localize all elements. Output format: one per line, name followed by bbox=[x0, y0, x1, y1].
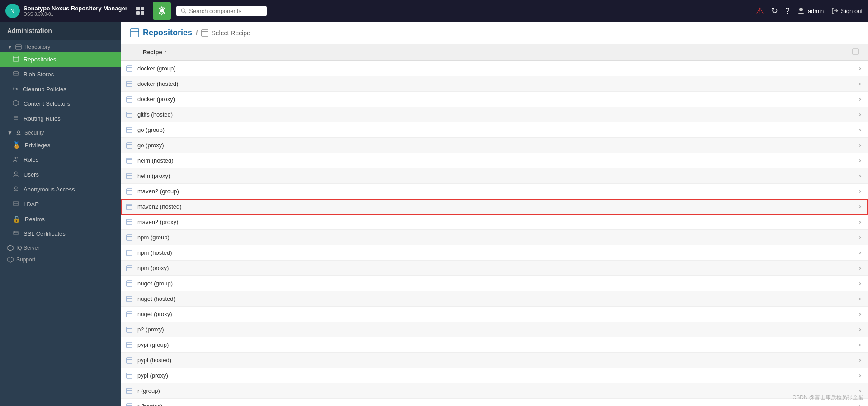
sidebar-group-support[interactable]: Support bbox=[0, 253, 121, 265]
svg-rect-3 bbox=[141, 7, 144, 10]
sidebar-item-content-selectors[interactable]: Content Selectors bbox=[0, 96, 121, 111]
user-avatar-icon bbox=[797, 7, 805, 15]
row-repo-icon bbox=[121, 296, 137, 302]
row-chevron-icon bbox=[852, 281, 868, 286]
search-input[interactable] bbox=[189, 8, 262, 14]
main-content: Repositories / Select Recipe Recipe ↑ do… bbox=[121, 22, 868, 406]
table-row[interactable]: pypi (proxy) bbox=[121, 368, 868, 383]
sidebar-group-security[interactable]: ▼ Security bbox=[0, 126, 121, 138]
search-box[interactable] bbox=[176, 6, 267, 16]
sidebar-item-privileges[interactable]: 🏅 Privileges bbox=[0, 138, 121, 152]
sidebar-item-repositories-label: Repositories bbox=[24, 56, 56, 63]
sidebar-item-blob-stores[interactable]: Blob Stores bbox=[0, 67, 121, 82]
sidebar-item-roles[interactable]: Roles bbox=[0, 152, 121, 167]
table-row[interactable]: helm (proxy) bbox=[121, 168, 868, 184]
row-repo-icon bbox=[121, 81, 137, 87]
sidebar-item-cleanup-policies[interactable]: ✂ Cleanup Policies bbox=[0, 82, 121, 96]
table-row[interactable]: nuget (group) bbox=[121, 276, 868, 291]
help-icon[interactable]: ? bbox=[785, 6, 790, 16]
row-repo-icon bbox=[121, 234, 137, 241]
table-row[interactable]: r (group) bbox=[121, 383, 868, 399]
sidebar: Administration ▼ Repository Repositories… bbox=[0, 22, 121, 406]
row-recipe-name: go (proxy) bbox=[137, 142, 852, 149]
svg-marker-32 bbox=[8, 257, 13, 262]
table-row[interactable]: go (proxy) bbox=[121, 138, 868, 153]
breadcrumb-separator: / bbox=[196, 29, 198, 37]
table-row[interactable]: npm (proxy) bbox=[121, 261, 868, 276]
header-recipe-col[interactable]: Recipe ↑ bbox=[137, 49, 852, 56]
refresh-icon[interactable]: ↻ bbox=[771, 6, 778, 16]
svg-rect-78 bbox=[127, 373, 132, 378]
sidebar-item-cleanup-policies-label: Cleanup Policies bbox=[23, 86, 66, 93]
sidebar-item-anonymous-access[interactable]: Anonymous Access bbox=[0, 182, 121, 197]
sidebar-group-repository-label: Repository bbox=[24, 44, 50, 50]
row-chevron-icon bbox=[852, 97, 868, 102]
table-row[interactable]: pypi (group) bbox=[121, 337, 868, 353]
table-row[interactable]: docker (proxy) bbox=[121, 92, 868, 107]
row-repo-icon bbox=[121, 188, 137, 195]
row-chevron-icon bbox=[852, 312, 868, 317]
svg-rect-26 bbox=[14, 201, 18, 206]
sidebar-item-ldap[interactable]: LDAP bbox=[0, 197, 121, 212]
sidebar-item-repositories[interactable]: Repositories bbox=[0, 52, 121, 67]
svg-rect-64 bbox=[127, 266, 132, 271]
svg-rect-46 bbox=[127, 127, 132, 133]
row-recipe-name: pypi (proxy) bbox=[137, 372, 852, 379]
chevron-down-security-icon: ▼ bbox=[7, 130, 13, 136]
table-row[interactable]: nuget (hosted) bbox=[121, 291, 868, 307]
svg-rect-33 bbox=[131, 29, 139, 37]
row-repo-icon bbox=[121, 373, 137, 379]
browse-icon-btn[interactable] bbox=[131, 2, 149, 20]
alert-icon[interactable]: ⚠ bbox=[756, 5, 764, 16]
table-row[interactable]: pypi (hosted) bbox=[121, 353, 868, 368]
svg-rect-80 bbox=[127, 388, 132, 394]
row-repo-icon bbox=[121, 357, 137, 364]
svg-point-24 bbox=[14, 172, 17, 174]
sidebar-group-security-label: Security bbox=[24, 130, 44, 136]
header-checkbox-icon bbox=[852, 48, 859, 55]
row-recipe-name: r (group) bbox=[137, 387, 852, 394]
sidebar-group-repository[interactable]: ▼ Repository bbox=[0, 40, 121, 52]
table-row[interactable]: npm (hosted) bbox=[121, 245, 868, 261]
sidebar-item-ssl-certificates[interactable]: SSL Certificates bbox=[0, 226, 121, 241]
svg-marker-17 bbox=[13, 100, 19, 106]
sidebar-item-users[interactable]: Users bbox=[0, 167, 121, 182]
table-row[interactable]: r (hosted) bbox=[121, 399, 868, 406]
row-chevron-icon bbox=[852, 251, 868, 255]
table-row[interactable]: maven2 (proxy) bbox=[121, 215, 868, 230]
table-row[interactable]: p2 (proxy) bbox=[121, 322, 868, 337]
user-info[interactable]: admin bbox=[797, 7, 824, 15]
recipe-column-label: Recipe ↑ bbox=[143, 49, 167, 56]
sidebar-item-routing-rules-label: Routing Rules bbox=[24, 115, 61, 122]
roles-icon bbox=[13, 156, 19, 163]
settings-icon-btn[interactable] bbox=[153, 2, 171, 20]
sign-out-btn[interactable]: Sign out bbox=[831, 7, 863, 15]
sidebar-item-realms[interactable]: 🔒 Realms bbox=[0, 212, 121, 226]
breadcrumb-main[interactable]: Repositories bbox=[143, 28, 192, 37]
table-row[interactable]: maven2 (group) bbox=[121, 184, 868, 199]
row-recipe-name: docker (hosted) bbox=[137, 80, 852, 87]
table-row[interactable]: go (group) bbox=[121, 122, 868, 138]
select-recipe-icon bbox=[201, 29, 208, 37]
recipe-table: Recipe ↑ docker (group)docker (hosted)do… bbox=[121, 44, 868, 406]
sidebar-item-ssl-certificates-label: SSL Certificates bbox=[24, 230, 66, 237]
svg-rect-28 bbox=[14, 231, 18, 235]
sidebar-item-ldap-label: LDAP bbox=[24, 201, 39, 208]
svg-rect-11 bbox=[16, 45, 21, 49]
row-chevron-icon bbox=[852, 389, 868, 393]
table-row[interactable]: nuget (proxy) bbox=[121, 307, 868, 322]
row-recipe-name: pypi (hosted) bbox=[137, 357, 852, 364]
table-row[interactable]: helm (hosted) bbox=[121, 153, 868, 168]
row-repo-icon bbox=[121, 219, 137, 225]
table-row[interactable]: gitlfs (hosted) bbox=[121, 107, 868, 122]
row-chevron-icon bbox=[852, 373, 868, 378]
security-group-icon bbox=[15, 130, 22, 136]
table-row[interactable]: docker (group) bbox=[121, 61, 868, 76]
sidebar-group-iq[interactable]: IQ Server bbox=[0, 241, 121, 253]
table-row[interactable]: maven2 (hosted) bbox=[121, 199, 868, 215]
ssl-certificates-icon bbox=[13, 230, 19, 238]
row-recipe-name: docker (proxy) bbox=[137, 96, 852, 103]
sidebar-item-routing-rules[interactable]: Routing Rules bbox=[0, 111, 121, 126]
table-row[interactable]: npm (group) bbox=[121, 230, 868, 245]
table-row[interactable]: docker (hosted) bbox=[121, 76, 868, 92]
